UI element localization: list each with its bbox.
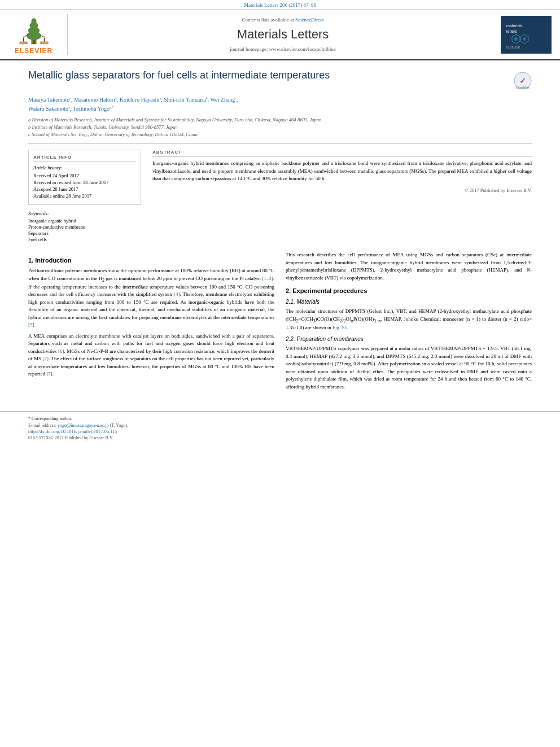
footnote-corresponding: * Corresponding author. [28,416,532,421]
journal-title: Materials Letters [79,27,487,42]
accepted-date: Accepted 28 June 2017 [33,186,136,192]
svg-text:materials: materials [506,24,523,28]
author-sakamoto: Wataru Sakamoto [28,106,68,112]
main-content: 1. Introduction Perfluorosulfonic polyme… [28,251,532,394]
journal-homepage: journal homepage: www.elsevier.com/locat… [79,46,487,52]
elsevier-brand-text: ELSEVIER [15,47,53,55]
author-email-link[interactable]: yogo@imass.nagoya-u.ac.jp [58,423,109,428]
received-revised-date: Received in revised form 13 June 2017 [33,180,136,185]
section1-para1: Perfluorosulfonic polymer membranes show… [28,267,274,329]
email-suffix: (T. Yogo). [110,423,128,428]
section2-heading: 2. Experimental procedures [286,287,532,294]
main-right-column: This research describes the cell perform… [286,251,532,394]
journal-header: ELSEVIER Contents lists available at Sci… [0,9,560,60]
journal-logo-box: materials letters ELSEVIER [498,14,554,55]
svg-point-11 [43,36,45,38]
svg-text:CrossMark: CrossMark [516,86,530,89]
section1-right-para1: This research describes the cell perform… [286,251,532,282]
svg-rect-13 [40,42,49,45]
footnote-email: E-mail address: yogo@imass.nagoya-u.ac.j… [28,423,532,428]
author-takemoto: Masaya Takemoto [28,97,69,103]
svg-rect-5 [33,40,35,44]
svg-text:ELSEVIER: ELSEVIER [506,46,520,49]
article-history-label: Article history: [33,165,136,171]
doi-line: http://dx.doi.org/10.1016/j.matlet.2017.… [28,428,532,434]
section2-para1: The molecular structures of DPPMTS (Gele… [286,308,532,331]
svg-text:letters: letters [506,29,518,33]
section2-para2: VBT/HEMAP/DPPMTS copolymer was prepared … [286,345,532,391]
elsevier-logo: ELSEVIER [6,14,68,55]
svg-text:✓: ✓ [519,76,526,85]
journal-citation: Materials Letters 206 (2017) 87–90 [244,2,316,8]
abstract-column: ABSTRACT Inorganic-organic hybrid membra… [152,150,532,243]
svg-point-8 [22,36,24,38]
main-left-column: 1. Introduction Perfluorosulfonic polyme… [28,251,274,394]
footer: * Corresponding author. E-mail address: … [0,411,560,440]
article-info-box: ARTICLE INFO Article history: Received 2… [28,150,141,205]
ml-logo-icon: materials letters ELSEVIER [504,19,549,50]
abstract-text: Inorganic-organic hybrid membranes compr… [152,160,532,183]
section1-heading: 1. Introduction [28,257,274,264]
keyword-2: Proton-conductive membrane [28,224,141,230]
sciencedirect-line: Contents lists available at ScienceDirec… [79,17,487,23]
authors-line: Masaya Takemotoa, Masatomo Hattoria, Koi… [28,95,532,113]
article-title: Metallic glass separators for fuel cells… [28,69,508,82]
keyword-4: Fuel cells [28,237,141,242]
journal-header-center: Contents lists available at ScienceDirec… [68,14,498,55]
affiliation-b: b Institute of Materials Research, Tohok… [28,124,532,131]
svg-rect-12 [19,42,28,45]
article-info-column: ARTICLE INFO Article history: Received 2… [28,150,141,243]
author-yogo: Toshinobu Yogo [73,106,110,112]
section2-sub1: 2.1. Materials [286,299,532,305]
crossmark-icon: ✓ CrossMark [514,72,532,90]
author-hattori: Masatomo Hattori [74,97,115,103]
author-yamaura: Shin-ichi Yamaura [164,97,205,103]
section2-sub2: 2.2. Preparation of membranes [286,336,532,342]
affiliation-a: a Division of Materials Research, Instit… [28,116,532,124]
issn-line: 0167-577X/© 2017 Published by Elsevier B… [28,435,532,440]
author-zhang: Wei Zhang [210,97,235,103]
article-container: Metallic glass separators for fuel cells… [0,60,560,403]
elsevier-tree-icon [11,14,56,45]
svg-point-20 [523,37,526,41]
sciencedirect-link[interactable]: ScienceDirect [295,17,323,23]
copyright: © 2017 Published by Elsevier B.V. [152,187,532,193]
section1-para2: A MEA comprises an electrolyte membrane … [28,333,274,378]
doi-link[interactable]: http://dx.doi.org/10.1016/j.matlet.2017.… [28,429,117,434]
author-hayashi: Koichiro Hayashi [120,97,160,103]
keywords-label: Keywords: [28,211,141,216]
top-bar: Materials Letters 206 (2017) 87–90 [0,0,560,9]
article-info-abstract: ARTICLE INFO Article history: Received 2… [28,150,532,243]
available-date: Available online 28 June 2017 [33,193,136,199]
keywords-section: Keywords: Inorganic-organic hybrid Proto… [28,211,141,242]
svg-point-19 [514,37,518,41]
article-info-label: ARTICLE INFO [33,155,136,162]
materials-letters-logo: materials letters ELSEVIER [501,16,552,54]
divider [28,143,532,144]
keyword-1: Inorganic-organic hybrid [28,218,141,224]
received-date: Received 24 April 2017 [33,173,136,178]
affiliation-c: c School of Materials Sci. Eng., Dalian … [28,131,532,138]
keyword-3: Separators [28,230,141,236]
abstract-label: ABSTRACT [152,150,532,157]
svg-point-4 [31,18,36,24]
affiliations: a Division of Materials Research, Instit… [28,116,532,138]
